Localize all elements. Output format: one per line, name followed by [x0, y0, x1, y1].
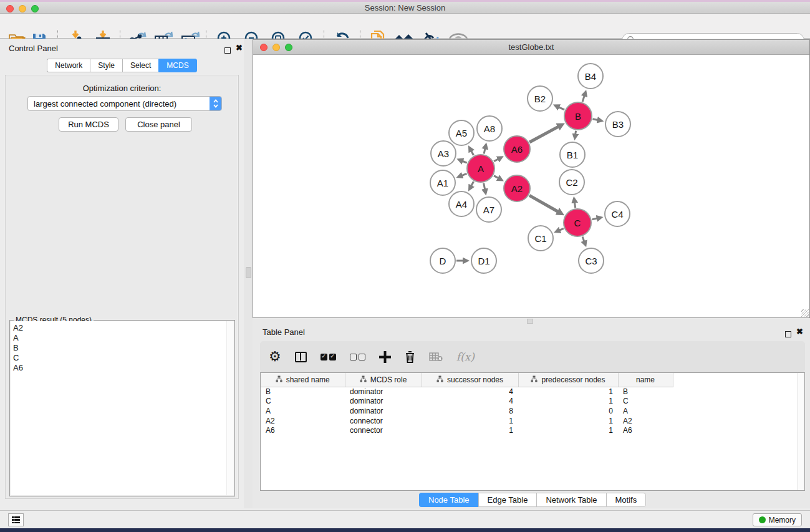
mcds-result-list[interactable]: A2ABCA6	[11, 321, 234, 495]
result-item[interactable]: A6	[13, 363, 234, 373]
node-C2[interactable]: C2	[559, 170, 584, 195]
cell-successor-nodes[interactable]: 4	[422, 397, 518, 407]
float-panel-icon[interactable]	[224, 45, 231, 56]
tab-edge-table[interactable]: Edge Table	[478, 493, 537, 507]
close-panel-icon[interactable]: ✖	[236, 43, 243, 52]
tab-select[interactable]: Select	[122, 59, 158, 72]
edge-A-A8[interactable]	[484, 148, 485, 153]
delete-table-icon[interactable]	[429, 352, 443, 362]
network-window-titlebar[interactable]: testGlobe.txt	[253, 40, 809, 55]
delete-icon[interactable]	[405, 351, 415, 363]
table-scrollbar[interactable]	[798, 373, 804, 490]
edge-C-C2[interactable]	[575, 203, 576, 208]
edge-B-B4[interactable]	[582, 95, 584, 102]
network-canvas[interactable]: B4B2BB3A5A8A6A3B1AA1C2A2A4A7C4CC1C3DD1	[253, 56, 809, 317]
cell-MCDS-role[interactable]: connector	[345, 416, 422, 426]
node-C[interactable]: C	[564, 209, 591, 236]
edge-A-A2[interactable]	[494, 176, 498, 178]
tab-network-table[interactable]: Network Table	[536, 493, 605, 507]
node-C4[interactable]: C4	[605, 201, 630, 226]
table-row[interactable]: A2connector11A2	[261, 416, 683, 426]
table-row[interactable]: Adominator80A	[261, 406, 683, 416]
tab-mcds[interactable]: MCDS	[158, 59, 196, 72]
node-B4[interactable]: B4	[578, 64, 603, 89]
close-window-icon[interactable]	[260, 44, 268, 51]
tab-motifs[interactable]: Motifs	[606, 493, 647, 507]
function-builder-icon[interactable]: f(x)	[456, 351, 475, 363]
close-window-icon[interactable]	[6, 5, 14, 12]
minimize-window-icon[interactable]	[272, 44, 280, 51]
run-mcds-button[interactable]: Run MCDS	[59, 117, 118, 132]
window-resize-handle[interactable]	[527, 319, 533, 324]
node-A5[interactable]: A5	[449, 120, 474, 145]
column-header-predecessor-nodes[interactable]: predecessor nodes	[518, 373, 618, 387]
cell-successor-nodes[interactable]: 1	[422, 425, 518, 435]
node-C1[interactable]: C1	[528, 226, 553, 251]
node-A1[interactable]: A1	[430, 170, 455, 195]
cell-shared-name[interactable]: A2	[261, 416, 345, 426]
column-header-MCDS-role[interactable]: MCDS role	[345, 373, 422, 387]
cell-MCDS-role[interactable]: dominator	[345, 406, 422, 416]
cell-MCDS-role[interactable]: dominator	[345, 397, 422, 407]
cell-successor-nodes[interactable]: 4	[422, 387, 518, 397]
split-columns-icon[interactable]	[295, 352, 307, 362]
cell-successor-nodes[interactable]: 1	[422, 416, 518, 426]
node-B[interactable]: B	[564, 102, 592, 130]
task-history-button[interactable]	[8, 513, 24, 526]
table-row[interactable]: Bdominator41B	[261, 387, 683, 397]
splitter-grip[interactable]	[246, 267, 251, 278]
cell-name[interactable]: A6	[618, 425, 673, 435]
tab-network[interactable]: Network	[47, 59, 90, 72]
select-all-icon[interactable]	[321, 354, 336, 360]
window-controls[interactable]	[6, 5, 39, 12]
node-B2[interactable]: B2	[528, 86, 552, 111]
edge-A2-C[interactable]	[529, 195, 558, 211]
table-row[interactable]: A6connector11A6	[261, 425, 683, 435]
edge-C-C4[interactable]	[592, 218, 597, 220]
cell-MCDS-role[interactable]: connector	[345, 425, 422, 435]
edge-A-A1[interactable]	[462, 173, 467, 175]
edge-A-A4[interactable]	[471, 181, 474, 186]
cell-successor-nodes[interactable]: 8	[422, 406, 518, 416]
cell-shared-name[interactable]: A	[261, 406, 345, 416]
tab-node-table[interactable]: Node Table	[419, 493, 478, 507]
result-item[interactable]: A	[13, 333, 234, 343]
node-D[interactable]: D	[430, 248, 455, 273]
cell-shared-name[interactable]: C	[261, 397, 345, 407]
edge-C-C1[interactable]	[559, 228, 564, 230]
result-item[interactable]: B	[13, 343, 234, 353]
result-scrollbar[interactable]	[226, 321, 234, 495]
edge-B-B1[interactable]	[576, 131, 576, 135]
node-B3[interactable]: B3	[605, 112, 630, 137]
deselect-all-icon[interactable]	[350, 354, 365, 360]
edge-A-A6[interactable]	[494, 159, 498, 162]
cell-predecessor-nodes[interactable]: 1	[518, 397, 618, 407]
cell-name[interactable]: A	[618, 406, 673, 416]
float-panel-icon[interactable]	[785, 329, 791, 340]
edge-A-A3[interactable]	[463, 161, 467, 163]
memory-button[interactable]: Memory	[753, 513, 802, 526]
cell-name[interactable]: C	[618, 397, 673, 407]
node-A3[interactable]: A3	[431, 141, 456, 166]
close-panel-icon[interactable]: ✖	[796, 327, 803, 336]
cell-name[interactable]: B	[618, 387, 673, 397]
edge-C-C3[interactable]	[582, 237, 584, 241]
edge-A-A5[interactable]	[471, 151, 474, 155]
node-A8[interactable]: A8	[477, 116, 502, 141]
node-A6[interactable]: A6	[504, 136, 530, 162]
node-D1[interactable]: D1	[471, 248, 496, 273]
cell-predecessor-nodes[interactable]: 1	[518, 416, 618, 426]
cell-shared-name[interactable]: B	[261, 387, 345, 397]
node-C3[interactable]: C3	[579, 248, 604, 273]
maximize-window-icon[interactable]	[31, 5, 39, 12]
cell-predecessor-nodes[interactable]: 0	[518, 406, 618, 416]
network-graph[interactable]: B4B2BB3A5A8A6A3B1AA1C2A2A4A7C4CC1C3DD1	[253, 56, 809, 317]
edge-B-B2[interactable]	[559, 107, 564, 110]
node-A7[interactable]: A7	[476, 197, 501, 222]
gear-icon[interactable]: ⚙	[269, 349, 281, 365]
column-header-shared-name[interactable]: shared name	[261, 373, 345, 387]
criterion-select[interactable]: largest connected component (directed)	[27, 96, 222, 111]
resize-grip-icon[interactable]	[801, 309, 809, 317]
add-column-icon[interactable]	[379, 351, 391, 363]
cell-MCDS-role[interactable]: dominator	[345, 387, 422, 397]
